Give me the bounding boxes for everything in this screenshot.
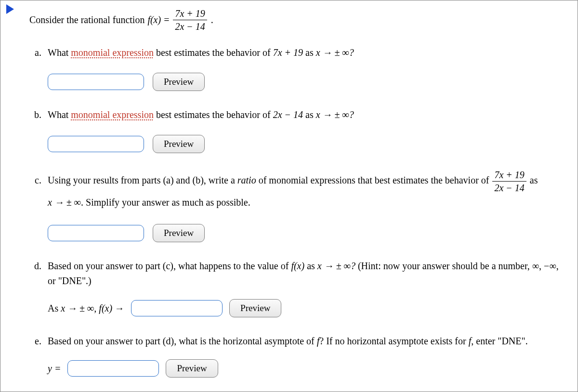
part-c: Using your results from parts (a) and (b… xyxy=(44,170,569,242)
intro-frac-den: 2x − 14 xyxy=(173,21,207,32)
b-preview-button[interactable]: Preview xyxy=(153,135,205,153)
part-e-text: Based on your answer to part (d), what i… xyxy=(48,334,569,349)
d-pre: Based on your answer to part (c), what h… xyxy=(48,261,291,271)
a-post1: best estimates the behavior of xyxy=(154,47,273,58)
d-fx: f(x) xyxy=(291,261,304,271)
part-b: What monomial expression best estimates … xyxy=(44,107,569,153)
part-c-text: Using your results from parts (a) and (b… xyxy=(48,170,569,211)
b-limit: x → ± ∞? xyxy=(316,109,354,120)
b-answer-row: Preview xyxy=(48,135,569,153)
intro-period: . xyxy=(211,14,213,26)
d-post1: as xyxy=(304,261,317,271)
intro-lead: Consider the rational function xyxy=(29,14,144,26)
monomial-link-a[interactable]: monomial expression xyxy=(71,47,154,58)
a-expr: 7x + 19 xyxy=(273,47,303,58)
e-pre: Based on your answer to part (d), what i… xyxy=(48,336,317,346)
b-pre: What xyxy=(48,109,71,120)
d-answer-row: As x → ± ∞, f(x) → Preview xyxy=(48,299,569,317)
part-a-text: What monomial expression best estimates … xyxy=(48,45,569,60)
intro-text: Consider the rational function f(x) = 7x… xyxy=(29,8,569,32)
c-fraction: 7x + 19 2x − 14 xyxy=(492,170,526,193)
d-preview-button[interactable]: Preview xyxy=(229,299,281,317)
fraction-bar xyxy=(492,181,526,182)
c-preview-button[interactable]: Preview xyxy=(153,224,205,242)
c-pre: Using your results from parts (a) and (b… xyxy=(48,175,237,185)
c-limit: x → ± ∞ xyxy=(48,197,81,208)
c-answer-row: Preview xyxy=(48,224,569,242)
intro-fx: f(x) xyxy=(147,14,161,26)
part-e: Based on your answer to part (d), what i… xyxy=(44,334,569,378)
d-inline-limit: x → ± ∞, xyxy=(61,303,99,314)
e-post2: , enter "DNE". xyxy=(471,336,527,346)
e-post1: ? If no horizontal asymptote exists for xyxy=(319,336,468,346)
b-post1: best estimates the behavior of xyxy=(154,109,273,120)
monomial-link-b[interactable]: monomial expression xyxy=(71,109,154,120)
c-input[interactable] xyxy=(48,225,144,241)
d-inline-label: As x → ± ∞, f(x) → xyxy=(48,303,124,314)
e-input[interactable] xyxy=(67,360,159,377)
a-limit: x → ± ∞? xyxy=(316,47,354,58)
d-inline-fx: f(x) xyxy=(99,303,112,314)
a-answer-row: Preview xyxy=(48,73,569,91)
c-frac-den: 2x − 14 xyxy=(492,183,526,193)
fraction-bar xyxy=(173,20,207,20)
part-b-text: What monomial expression best estimates … xyxy=(48,107,569,122)
c-post3: . Simplify your answer as much as possib… xyxy=(81,197,250,208)
d-input[interactable] xyxy=(131,300,223,316)
d-inline-prefix: As xyxy=(48,303,61,314)
c-frac-num: 7x + 19 xyxy=(492,170,526,180)
question-page: Consider the rational function f(x) = 7x… xyxy=(0,0,578,392)
a-pre: What xyxy=(48,47,71,58)
c-post1: of monomial expressions that best estima… xyxy=(256,175,492,185)
part-a: What monomial expression best estimates … xyxy=(44,45,569,91)
parts-list: What monomial expression best estimates … xyxy=(29,45,569,378)
intro-equals: = xyxy=(164,14,169,26)
e-answer-row: y = Preview xyxy=(48,359,569,378)
e-preview-button[interactable]: Preview xyxy=(166,359,218,378)
e-yeq: y = xyxy=(48,363,61,374)
a-preview-button[interactable]: Preview xyxy=(153,73,205,91)
intro-frac-num: 7x + 19 xyxy=(173,8,207,19)
intro-fraction: 7x + 19 2x − 14 xyxy=(173,8,207,32)
b-expr: 2x − 14 xyxy=(273,109,303,120)
part-d-text: Based on your answer to part (c), what h… xyxy=(48,259,569,288)
b-post2: as xyxy=(303,109,316,120)
a-post2: as xyxy=(303,47,316,58)
play-icon xyxy=(6,4,14,14)
c-ratio: ratio xyxy=(237,175,256,185)
d-limit: x → ± ∞? xyxy=(317,261,355,271)
part-d: Based on your answer to part (c), what h… xyxy=(44,259,569,317)
d-inline-arrow: → xyxy=(112,303,124,314)
a-input[interactable] xyxy=(48,74,144,90)
b-input[interactable] xyxy=(48,136,144,152)
c-post2: as xyxy=(527,175,538,185)
